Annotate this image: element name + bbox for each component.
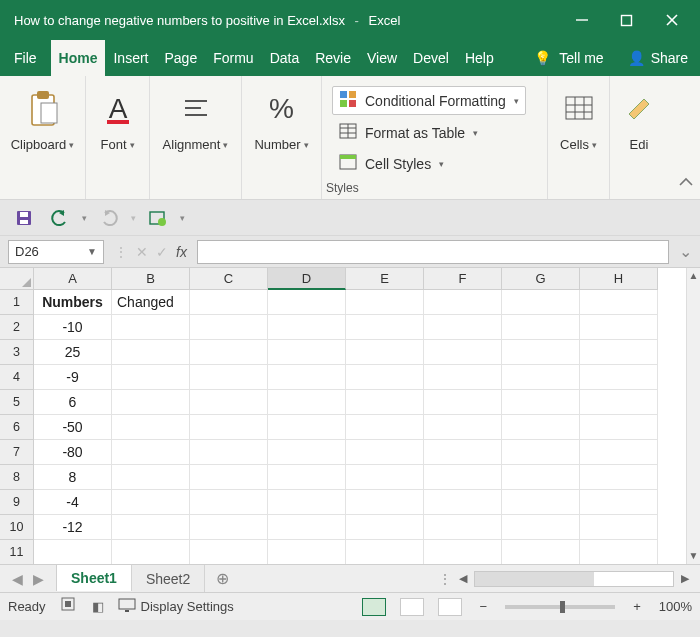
cell-F3[interactable] [424,340,502,365]
cell-A2[interactable]: -10 [34,315,112,340]
cell-D6[interactable] [268,415,346,440]
column-headers[interactable]: ABCDEFGH [34,268,658,290]
editing-group-button[interactable]: Edi [606,82,672,157]
cell-A9[interactable]: -4 [34,490,112,515]
cell-F4[interactable] [424,365,502,390]
cell-B5[interactable] [112,390,190,415]
cell-D2[interactable] [268,315,346,340]
cell-D8[interactable] [268,465,346,490]
cell-D7[interactable] [268,440,346,465]
zoom-out-button[interactable]: − [476,599,492,614]
row-header-9[interactable]: 9 [0,490,34,515]
column-header-B[interactable]: B [112,268,190,290]
tab-file[interactable]: File [0,40,51,76]
enter-formula-button[interactable]: ✓ [156,244,168,260]
cell-D10[interactable] [268,515,346,540]
cell-D11[interactable] [268,540,346,564]
cell-A10[interactable]: -12 [34,515,112,540]
row-header-11[interactable]: 11 [0,540,34,564]
cell-H3[interactable] [580,340,658,365]
font-group-button[interactable]: A Font▾ [85,82,151,157]
tell-me-search[interactable]: 💡 Tell me [522,40,615,76]
cell-H10[interactable] [580,515,658,540]
zoom-slider[interactable] [505,605,615,609]
horizontal-scrollbar[interactable] [474,571,674,587]
zoom-in-button[interactable]: + [629,599,645,614]
cell-C1[interactable] [190,290,268,315]
row-header-8[interactable]: 8 [0,465,34,490]
macro-record-icon[interactable] [60,596,78,617]
tab-home[interactable]: Home [51,40,106,76]
cell-G8[interactable] [502,465,580,490]
cell-F7[interactable] [424,440,502,465]
cell-D3[interactable] [268,340,346,365]
qat-more-button[interactable] [144,205,172,231]
cell-B2[interactable] [112,315,190,340]
cell-B9[interactable] [112,490,190,515]
column-header-A[interactable]: A [34,268,112,290]
cell-styles-button[interactable]: Cell Styles ▾ [332,150,526,177]
column-header-E[interactable]: E [346,268,424,290]
number-group-button[interactable]: % Number▾ [243,82,319,157]
column-header-D[interactable]: D [268,268,346,290]
tab-data[interactable]: Data [262,40,308,76]
insert-function-button[interactable]: fx [176,244,187,260]
cell-A5[interactable]: 6 [34,390,112,415]
cell-F6[interactable] [424,415,502,440]
cell-F10[interactable] [424,515,502,540]
cell-C4[interactable] [190,365,268,390]
cell-F9[interactable] [424,490,502,515]
row-header-6[interactable]: 6 [0,415,34,440]
cell-E7[interactable] [346,440,424,465]
cell-H2[interactable] [580,315,658,340]
cell-G1[interactable] [502,290,580,315]
cell-G6[interactable] [502,415,580,440]
cell-F5[interactable] [424,390,502,415]
cells-group-button[interactable]: Cells▾ [546,82,612,157]
collapse-ribbon-button[interactable] [678,175,694,195]
close-button[interactable] [649,0,694,40]
cell-D1[interactable] [268,290,346,315]
cell-F1[interactable] [424,290,502,315]
column-header-G[interactable]: G [502,268,580,290]
minimize-button[interactable] [559,0,604,40]
cell-B10[interactable] [112,515,190,540]
cell-D4[interactable] [268,365,346,390]
cell-A7[interactable]: -80 [34,440,112,465]
scroll-down-button[interactable]: ▼ [687,548,700,564]
cell-E3[interactable] [346,340,424,365]
cell-A1[interactable]: Numbers [34,290,112,315]
cell-A4[interactable]: -9 [34,365,112,390]
cell-C7[interactable] [190,440,268,465]
row-header-3[interactable]: 3 [0,340,34,365]
cell-C5[interactable] [190,390,268,415]
row-header-10[interactable]: 10 [0,515,34,540]
normal-view-button[interactable] [362,598,386,616]
cancel-formula-button[interactable]: ✕ [136,244,148,260]
cell-E4[interactable] [346,365,424,390]
cell-G4[interactable] [502,365,580,390]
cell-B3[interactable] [112,340,190,365]
row-header-5[interactable]: 5 [0,390,34,415]
cell-G2[interactable] [502,315,580,340]
cell-E2[interactable] [346,315,424,340]
cell-A3[interactable]: 25 [34,340,112,365]
cell-B11[interactable] [112,540,190,564]
tab-review[interactable]: Revie [307,40,359,76]
page-layout-view-button[interactable] [400,598,424,616]
cell-H11[interactable] [580,540,658,564]
expand-formula-bar-button[interactable]: ⌄ [675,242,692,261]
scroll-left-button[interactable]: ◀ [454,572,472,585]
cell-H9[interactable] [580,490,658,515]
column-header-F[interactable]: F [424,268,502,290]
paste-button[interactable]: Clipboard▾ [0,82,85,157]
display-settings-button[interactable]: Display Settings [118,598,234,616]
scroll-up-button[interactable]: ▲ [687,268,700,284]
cell-B4[interactable] [112,365,190,390]
cell-A11[interactable] [34,540,112,564]
tab-insert[interactable]: Insert [105,40,156,76]
share-button[interactable]: 👤 Share [616,40,700,76]
new-sheet-button[interactable]: ⊕ [205,565,239,592]
undo-button[interactable] [46,205,74,231]
cell-E6[interactable] [346,415,424,440]
